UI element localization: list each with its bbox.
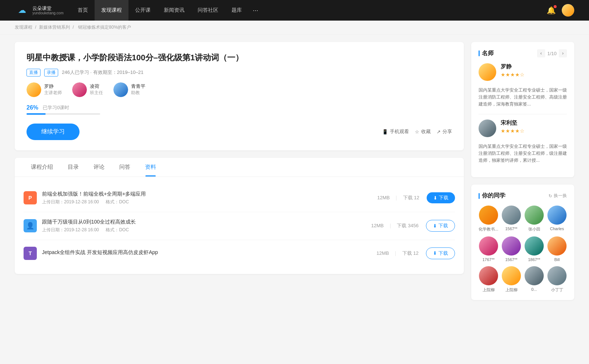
user-avatar-nav[interactable] [562, 4, 574, 17]
resource-2-download-button[interactable]: ⬇ 下载 [426, 220, 455, 232]
teacher-3-name: 青青平 [131, 83, 145, 90]
phone-watch-label: 手机观看 [390, 128, 409, 135]
resource-1-meta-sep [100, 199, 105, 204]
download-1-label: 下载 [439, 195, 448, 201]
main-layout: 明星中教授课，小学阶段语法100分–强化级第1讲动词（一） 直播 录播 246人… [0, 35, 589, 315]
sidebar-teacher-2-stars: ★★★★☆ [501, 128, 567, 134]
tab-catalog[interactable]: 目录 [60, 158, 86, 176]
bell-icon[interactable]: 🔔 [547, 6, 556, 15]
sidebar-teacher-1-avatar [479, 63, 496, 81]
classmate-8: Bill [547, 236, 567, 262]
title-bar-accent [479, 50, 480, 56]
classmates-sidebar-header: 你的同学 ↻ 换一换 [479, 192, 567, 200]
classmate-8-avatar[interactable] [547, 236, 567, 256]
tab-qa[interactable]: 问答 [112, 158, 138, 176]
nav-items: 首页 发现课程 公开课 新闻资讯 问答社区 题库 ··· [71, 0, 547, 21]
classmate-2-avatar[interactable] [502, 206, 521, 225]
classmate-4-name: Charles [550, 226, 564, 231]
phone-watch-button[interactable]: 📱 手机观看 [382, 128, 409, 135]
classmate-10: 上院柳 [501, 266, 521, 293]
tag-live: 直播 [27, 69, 40, 76]
nav-home[interactable]: 首页 [71, 0, 95, 21]
classmate-6-avatar[interactable] [502, 236, 521, 256]
progress-text: 已学习0课时 [43, 104, 69, 111]
classmate-2-name: 1567** [505, 226, 517, 231]
breadcrumb-series[interactable]: 新媒体营销系列 [39, 25, 70, 30]
teacher-2-img [72, 82, 87, 97]
teacher-2-role: 班主任 [90, 90, 103, 96]
sidebar-teacher-1-desc: 国内某重点大学安全工程专业硕士，国家一级注册消防工程师、注册安全工程师、高级注册… [479, 87, 567, 108]
tabs-content: P 前端全栈加强版！前端全栈+全周期+多端应用 上传日期：2019-12-28 … [15, 177, 464, 274]
classmate-12-avatar[interactable] [547, 266, 567, 285]
breadcrumb-sep1: / [35, 25, 38, 30]
classmate-7: 1867** [524, 236, 544, 262]
classmate-5: 1767** [479, 236, 498, 262]
resource-1-meta: 上传日期：2019-12-28 16:00 格式：DOC [42, 199, 377, 205]
teachers-page-total: 10 [551, 51, 557, 56]
notification-dot [554, 5, 557, 8]
logo[interactable]: ☁ 云朵课堂 yundouketang.com [15, 3, 64, 18]
classmate-3-avatar[interactable] [525, 206, 544, 225]
tab-review[interactable]: 评论 [86, 158, 112, 176]
classmates-sidebar-card: 你的同学 ↻ 换一换 化学教书... 1567** 张小田 [471, 185, 574, 300]
continue-button[interactable]: 继续学习 [27, 124, 80, 140]
resource-1-stats: 12MB ｜ 下载 12 [377, 195, 419, 201]
sidebar-area: 名师 ‹ 1/10 › 罗静 ★★★★☆ 国内某重点大学安全工程专业硕士， [471, 42, 574, 307]
teacher-3-info: 青青平 助教 [131, 83, 145, 96]
classmate-4-avatar[interactable] [547, 206, 567, 225]
tab-resource[interactable]: 资料 [138, 158, 163, 176]
teachers-title-text: 名师 [482, 50, 494, 57]
sidebar-teacher-2: 宋利坚 ★★★★☆ [479, 119, 567, 137]
progress-label: 26% 已学习0课时 [27, 104, 452, 111]
resource-3-download-button[interactable]: ⬇ 下载 [426, 247, 455, 259]
download-3-icon: ⬇ [433, 250, 437, 256]
classmate-10-avatar[interactable] [502, 266, 521, 285]
sidebar-teacher-1: 罗静 ★★★★☆ [479, 63, 567, 81]
classmate-9: 上院柳 [479, 266, 498, 293]
nav-quiz[interactable]: 题库 [225, 0, 248, 21]
tabs-card: 课程介绍 目录 评论 问答 资料 P 前端全栈加强版！前端全栈+全周期+多端应用… [15, 158, 464, 274]
teacher-1-img [27, 82, 41, 97]
classmate-3-name: 张小田 [528, 226, 540, 232]
classmate-10-name: 上院柳 [505, 287, 518, 293]
tab-intro[interactable]: 课程介绍 [24, 158, 60, 176]
teachers-next-button[interactable]: › [559, 49, 567, 57]
teachers-sidebar-header: 名师 ‹ 1/10 › [479, 49, 567, 57]
nav-more[interactable]: ··· [248, 0, 263, 21]
classmate-9-avatar[interactable] [479, 266, 498, 285]
classmate-1-name: 化学教书... [479, 226, 498, 232]
resource-1-size: 12MB [377, 195, 390, 200]
breadcrumb-discover[interactable]: 发现课程 [15, 25, 32, 30]
classmates-title-text: 你的同学 [482, 192, 505, 200]
resource-2-size: 12MB [371, 223, 384, 228]
resource-1-date: 上传日期：2019-12-28 16:00 [42, 199, 99, 204]
share-button[interactable]: ↗ 分享 [437, 128, 452, 135]
resource-1-download-button[interactable]: ⬇ 下载 [427, 192, 455, 203]
share-label: 分享 [442, 128, 452, 135]
classmate-11: 0... [524, 266, 544, 293]
sidebar-teacher-1-info: 罗静 ★★★★☆ [501, 63, 567, 78]
course-tags-row: 直播 录播 246人已学习 · 有效期至：2019–10–21 [27, 69, 452, 76]
resource-3-stats: 12MB ｜ 下载 12 [377, 250, 419, 257]
classmate-11-avatar[interactable] [525, 266, 544, 285]
nav-open[interactable]: 公开课 [128, 0, 157, 21]
resource-2-info: 跟随千万级项目从0到100全过程高效成长 上传日期：2019-12-28 16:… [42, 219, 371, 233]
nav-qa[interactable]: 问答社区 [191, 0, 225, 21]
nav-discover[interactable]: 发现课程 [95, 0, 128, 21]
teacher-1: 罗静 主讲老师 [27, 82, 62, 97]
collect-button[interactable]: ☆ 收藏 [415, 128, 431, 135]
sidebar-teacher-2-desc: 国内某重点大学安全工程专业硕士，国家一级注册消防工程师、注册安全工程师，级注册建… [479, 143, 567, 164]
sidebar-teacher-2-info: 宋利坚 ★★★★☆ [501, 119, 567, 134]
sidebar-teacher-2-avatar [479, 119, 496, 137]
classmate-1-avatar[interactable] [479, 206, 498, 225]
breadcrumb-current: 销冠修炼术搞定80%的客户 [78, 25, 131, 30]
actions-row: 继续学习 📱 手机观看 ☆ 收藏 ↗ 分享 [27, 124, 452, 140]
nav-news[interactable]: 新闻资讯 [157, 0, 191, 21]
teacher-3: 青青平 助教 [113, 82, 145, 97]
logo-sub: yundouketang.com [32, 11, 64, 15]
classmates-refresh-button[interactable]: ↻ 换一换 [549, 193, 567, 199]
classmate-7-avatar[interactable] [525, 236, 544, 256]
teacher-2-avatar [72, 82, 87, 97]
classmate-5-avatar[interactable] [479, 236, 498, 256]
teachers-prev-button[interactable]: ‹ [537, 49, 545, 57]
